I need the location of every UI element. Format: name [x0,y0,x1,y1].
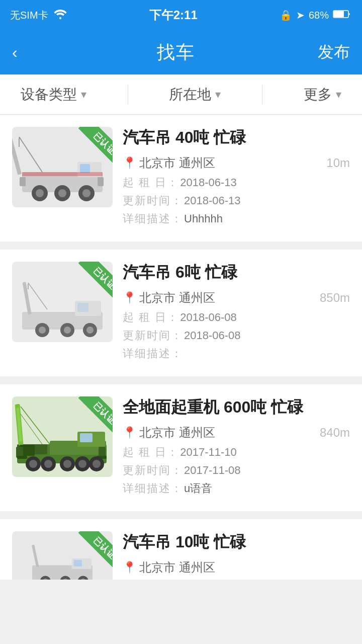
svg-rect-15 [20,177,26,186]
svg-line-51 [21,407,50,444]
svg-line-21 [28,283,47,309]
status-bar: 无SIM卡 下午2:11 🔒 ➤ 68% [0,0,362,30]
rentdate-label-3: 起 租 日： [123,445,179,460]
filter-location-label: 所在地 [169,85,211,104]
svg-point-13 [82,189,90,197]
filter-divider-1 [128,85,128,105]
svg-point-48 [78,460,86,468]
vehicle-card-3[interactable]: 已认证 全地面起重机 600吨 忙碌 📍 北京市 通州区 840m 起 租 日：… [0,384,362,511]
filter-divider-2 [262,85,262,105]
card-desc-row-2: 详细描述： [123,346,350,361]
publish-button[interactable]: 发布 [310,41,350,63]
card-desc-row-3: 详细描述： u语音 [123,481,350,496]
card-location-4: 📍 北京市 通州区 [123,559,215,576]
desc-value-3: u语音 [184,481,212,496]
filter-equipment-arrow: ▾ [81,88,86,101]
card-desc-row-1: 详细描述： Uhhhhh [123,211,350,226]
update-value-2: 2018-06-08 [184,329,241,342]
svg-line-52 [21,414,42,444]
status-left: 无SIM卡 [10,8,67,23]
svg-rect-16 [98,177,104,186]
svg-point-42 [29,460,37,468]
filter-equipment-type[interactable]: 设备类型 ▾ [21,85,86,104]
back-button[interactable]: ‹ [12,43,42,62]
svg-rect-56 [32,545,39,568]
svg-rect-20 [22,282,31,314]
card-content-4: 汽车吊 10吨 忙碌 📍 北京市 通州区 [123,531,350,580]
card-title-1: 汽车吊 40吨 忙碌 [123,127,350,149]
svg-point-50 [93,460,101,468]
svg-point-28 [86,327,94,334]
card-distance-1: 10m [326,156,350,170]
vehicle-image-3: 已认证 [12,396,113,477]
card-rentdate-row-2: 起 租 日： 2018-06-08 [123,310,350,325]
vehicle-card-4[interactable]: 已认证 汽车吊 10吨 忙碌 📍 北京市 通州区 [0,519,362,580]
card-title-4: 汽车吊 10吨 忙碌 [123,531,350,553]
desc-label-3: 详细描述： [123,481,183,496]
page-title: 找车 [157,40,195,65]
vehicle-image-4: 已认证 [12,531,113,580]
filter-bar: 设备类型 ▾ 所在地 ▾ 更多 ▾ [0,74,362,115]
card-distance-3: 840m [320,426,350,440]
card-title-3: 全地面起重机 600吨 忙碌 [123,396,350,419]
card-content-1: 汽车吊 40吨 忙碌 📍 北京市 通州区 10m 起 租 日： 2018-06-… [123,127,350,229]
card-location-row-1: 📍 北京市 通州区 10m [123,155,350,171]
update-label-1: 更新时间： [123,193,183,208]
battery-percent: 68% [309,10,329,21]
pin-icon-3: 📍 [123,426,136,439]
card-update-row-1: 更新时间： 2018-06-13 [123,193,350,208]
svg-line-6 [19,137,42,172]
lock-icon: 🔒 [280,9,292,21]
battery-icon [333,9,352,22]
svg-rect-55 [74,560,82,567]
card-rentdate-row-3: 起 租 日： 2017-11-10 [123,445,350,460]
svg-point-46 [63,460,71,468]
card-location-row-4: 📍 北京市 通州区 [123,559,350,576]
location-text-3: 北京市 通州区 [139,425,215,441]
svg-rect-1 [334,11,344,17]
desc-value-1: Uhhhhh [184,212,223,225]
svg-rect-33 [80,433,93,442]
svg-point-26 [64,327,71,334]
rentdate-value-3: 2017-11-10 [180,446,237,459]
vehicle-list: 已认证 汽车吊 40吨 忙碌 📍 北京市 通州区 10m 起 租 日： 2018… [0,115,362,580]
filter-location[interactable]: 所在地 ▾ [169,85,221,104]
filter-more-arrow: ▾ [336,88,341,101]
carrier-label: 无SIM卡 [10,9,48,22]
desc-label-2: 详细描述： [123,346,183,361]
filter-more-label: 更多 [304,85,332,104]
svg-point-24 [39,327,46,334]
svg-point-44 [44,460,52,468]
update-label-2: 更新时间： [123,328,183,343]
card-content-2: 汽车吊 6吨 忙碌 📍 北京市 通州区 850m 起 租 日： 2018-06-… [123,262,350,364]
update-value-1: 2018-06-13 [184,194,241,207]
filter-location-arrow: ▾ [215,88,221,101]
pin-icon-1: 📍 [123,156,136,170]
filter-more[interactable]: 更多 ▾ [304,85,341,104]
rentdate-label-1: 起 租 日： [123,175,179,190]
rentdate-label-2: 起 租 日： [123,310,179,325]
svg-rect-5 [12,137,22,175]
location-text-2: 北京市 通州区 [139,290,215,306]
card-location-2: 📍 北京市 通州区 [123,290,215,306]
card-distance-2: 850m [320,291,350,305]
svg-rect-14 [22,172,103,176]
card-update-row-2: 更新时间： 2018-06-08 [123,328,350,343]
svg-rect-4 [80,164,90,173]
nav-bar: ‹ 找车 发布 [0,30,362,74]
svg-point-9 [36,189,44,197]
card-location-1: 📍 北京市 通州区 [123,155,215,171]
card-location-3: 📍 北京市 通州区 [123,425,215,441]
rentdate-value-1: 2018-06-13 [180,176,237,189]
rentdate-value-2: 2018-06-08 [180,311,237,324]
desc-label-1: 详细描述： [123,211,183,226]
card-content-3: 全地面起重机 600吨 忙碌 📍 北京市 通州区 840m 起 租 日： 201… [123,396,350,499]
vehicle-card-2[interactable]: 已认证 汽车吊 6吨 忙碌 📍 北京市 通州区 850m 起 租 日： 2018… [0,250,362,376]
status-right: 🔒 ➤ 68% [280,9,352,22]
pin-icon-4: 📍 [123,561,136,574]
location-text-1: 北京市 通州区 [139,155,215,171]
filter-equipment-label: 设备类型 [21,85,77,104]
vehicle-card-1[interactable]: 已认证 汽车吊 40吨 忙碌 📍 北京市 通州区 10m 起 租 日： 2018… [0,115,362,242]
card-rentdate-row-1: 起 租 日： 2018-06-13 [123,175,350,190]
location-text-4: 北京市 通州区 [139,559,215,576]
